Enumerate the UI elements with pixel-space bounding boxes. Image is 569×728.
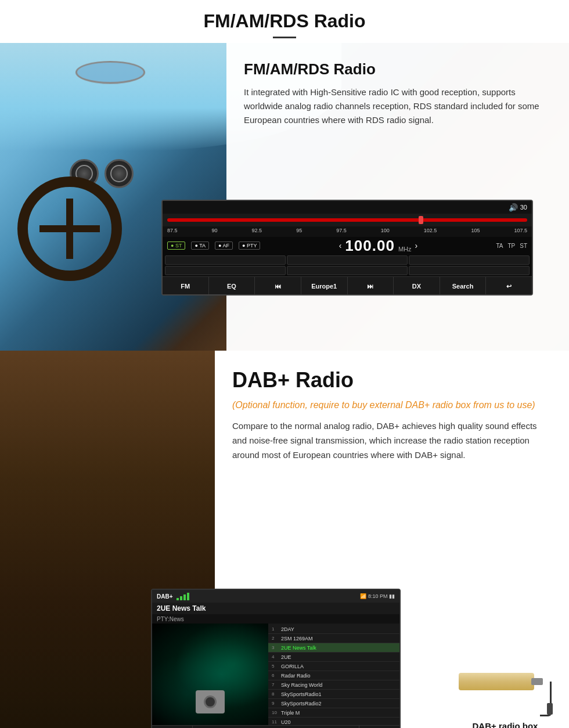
- camera-icon: [196, 690, 225, 713]
- freq-scale-875: 87.5: [167, 228, 178, 236]
- eq-button[interactable]: EQ: [209, 277, 255, 295]
- dab-search-button[interactable]: 🔍: [319, 726, 360, 728]
- mode-pty-button[interactable]: ● PTY: [239, 242, 260, 250]
- page-title: FM/AM/RDS Radio: [0, 10, 569, 32]
- st-label: ST: [520, 243, 527, 249]
- signal-bar-4: [187, 593, 189, 600]
- station-num-8: 8: [272, 691, 281, 697]
- dab-station-10[interactable]: 10 Triple M: [268, 708, 399, 718]
- dab-current-station: 2UE News Talk: [152, 603, 399, 614]
- dab-visual: [152, 624, 268, 725]
- station-num-5: 5: [272, 664, 281, 669]
- freq-scale-95: 95: [296, 228, 302, 236]
- preset-buttons-area: [163, 254, 532, 276]
- dab-main-content: 1 2DAY 2 2SM 1269AM 3 2UE News Talk 4 2U…: [152, 624, 399, 725]
- next-button[interactable]: ⏭: [348, 277, 394, 295]
- dab-header-left: DAB+: [157, 592, 189, 600]
- frequency-slider-area[interactable]: [163, 214, 532, 226]
- signal-bar-1: [177, 598, 179, 600]
- dab-header-label: DAB+: [157, 593, 173, 600]
- freq-scale-90: 90: [212, 228, 218, 236]
- dab-station-11[interactable]: 11 U20: [268, 718, 399, 725]
- back-button[interactable]: ↩: [486, 277, 532, 295]
- radio-controls-row: ● ST ● TA ● AF ● PTY ‹ 100.00 MHz › TA T…: [163, 237, 532, 254]
- dab-time: 8:10 PM: [368, 593, 388, 599]
- dab-station-1[interactable]: 1 2DAY: [268, 625, 399, 634]
- dab-box-area: DAB+ radio box (Optional): [453, 664, 557, 728]
- europe1-button[interactable]: Europe1: [301, 277, 348, 295]
- header-divider: [273, 37, 296, 38]
- dab-prev-button[interactable]: ⏮: [152, 726, 193, 728]
- dab-box-visual: [459, 664, 552, 716]
- dab-box-plug: [547, 703, 553, 715]
- station-name-5: GORILLA: [281, 664, 304, 669]
- prev-button[interactable]: ⏮: [255, 277, 301, 295]
- fm-button[interactable]: FM: [163, 277, 209, 295]
- dab-section-description: Compare to the normal analog radio, DAB+…: [232, 419, 552, 462]
- station-num-11: 11: [272, 719, 281, 725]
- steering-wheel-area: [17, 176, 134, 293]
- dab-header-right: 📶 8:10 PM ▮▮: [360, 593, 395, 599]
- signal-bar-2: [180, 596, 182, 600]
- fm-content-panel: FM/AM/RDS Radio It integrated with High-…: [226, 43, 569, 351]
- preset-5[interactable]: [287, 266, 408, 275]
- volume-icon: 🔊: [509, 203, 518, 212]
- station-name-6: Radar Radio: [281, 673, 311, 679]
- camera-lens: [204, 695, 217, 708]
- mode-af-button[interactable]: ● AF: [215, 242, 233, 250]
- station-num-10: 10: [272, 710, 281, 715]
- volume-value: 30: [520, 204, 527, 211]
- preset-1[interactable]: [165, 255, 286, 265]
- dab-station-8[interactable]: 8 SkySportsRadio1: [268, 690, 399, 699]
- dab-station-7[interactable]: 7 Sky Racing World: [268, 680, 399, 690]
- frequency-number: 100.00: [345, 237, 395, 255]
- dab-next-button[interactable]: ⏭: [359, 726, 399, 728]
- station-name-11: U20: [281, 719, 291, 725]
- dab-station-9[interactable]: 9 SkySportsRadio2: [268, 699, 399, 708]
- hero-section: FM/AM/RDS Radio It integrated with High-…: [0, 43, 569, 351]
- search-button[interactable]: Search: [440, 277, 487, 295]
- dab-section-title: DAB+ Radio: [232, 368, 552, 392]
- station-num-4: 4: [272, 654, 281, 659]
- station-name-8: SkySportsRadio1: [281, 691, 322, 697]
- dab-station-2[interactable]: 2 2SM 1269AM: [268, 634, 399, 643]
- lower-section: DAB+ Radio (Optional function, require t…: [0, 351, 569, 728]
- dab-station-5[interactable]: 5 GORILLA: [268, 662, 399, 671]
- preset-2[interactable]: [287, 255, 408, 265]
- radio-extra-buttons: TA TP ST: [496, 243, 527, 249]
- signal-bar-3: [183, 594, 186, 600]
- freq-scale-1025: 102.5: [424, 228, 437, 236]
- dab-station-6[interactable]: 6 Radar Radio: [268, 671, 399, 680]
- freq-right-arrow[interactable]: ›: [415, 241, 417, 250]
- dab-station-list: 1 2DAY 2 2SM 1269AM 3 2UE News Talk 4 2U…: [268, 624, 399, 725]
- mode-st-button[interactable]: ● ST: [167, 242, 185, 250]
- dab-screen: DAB+ 📶 8:10 PM ▮▮ 2UE News Talk PTY:News: [151, 589, 401, 728]
- tp-label: TP: [507, 243, 515, 249]
- dab-battery-icon: ▮▮: [389, 593, 395, 599]
- dab-signal-icon: 📶: [360, 593, 366, 599]
- preset-6[interactable]: [409, 266, 530, 275]
- frequency-scale: 87.5 90 92.5 95 97.5 100 102.5 105 107.5: [163, 226, 532, 237]
- signal-bars: [177, 592, 189, 600]
- frequency-display: ‹ 100.00 MHz ›: [266, 237, 490, 255]
- dab-station-3[interactable]: 3 2UE News Talk: [268, 643, 399, 653]
- dab-box-label: DAB+ radio box: [453, 721, 557, 728]
- station-num-9: 9: [272, 701, 281, 706]
- preset-4[interactable]: [165, 266, 286, 275]
- dx-button[interactable]: DX: [394, 277, 440, 295]
- dab-pty: PTY:News: [152, 614, 399, 624]
- fm-section-title: FM/AM/RDS Radio: [244, 60, 552, 78]
- dab-bottom-controls: ⏮ Call 13 13 32 🔍 ⏭: [152, 725, 399, 728]
- frequency-thumb[interactable]: [419, 216, 423, 224]
- station-name-7: Sky Racing World: [281, 682, 322, 688]
- station-name-4: 2UE: [281, 654, 291, 660]
- mode-ta-button[interactable]: ● TA: [191, 242, 209, 250]
- preset-3[interactable]: [409, 255, 530, 265]
- station-name-9: SkySportsRadio2: [281, 701, 322, 707]
- freq-left-arrow[interactable]: ‹: [339, 241, 342, 250]
- steering-wheel: [17, 176, 122, 281]
- dab-box-body: [459, 673, 534, 690]
- freq-scale-105: 105: [471, 228, 480, 236]
- dab-station-4[interactable]: 4 2UE: [268, 653, 399, 662]
- frequency-track: [167, 218, 527, 222]
